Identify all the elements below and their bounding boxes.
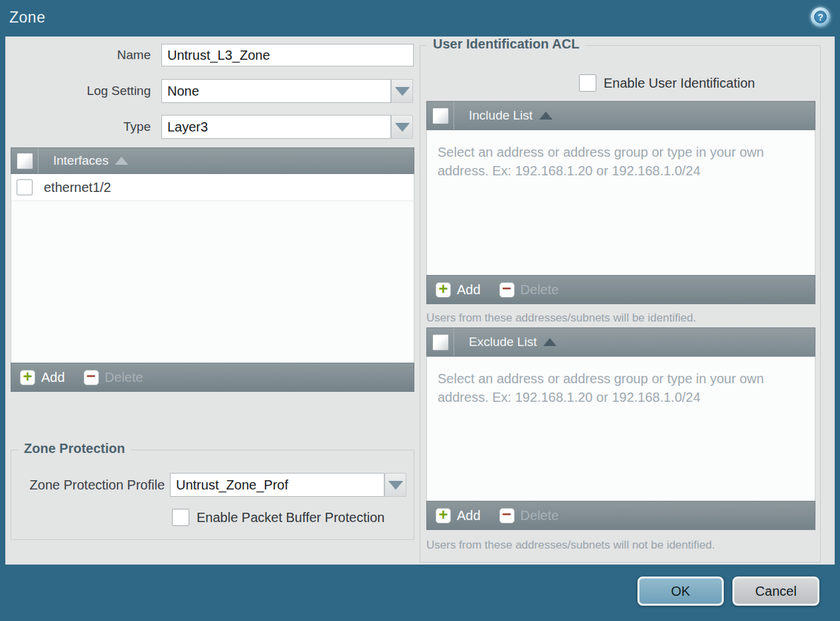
type-input[interactable] <box>161 115 391 139</box>
cancel-button[interactable]: Cancel <box>732 577 819 606</box>
exclude-list-column-header: Exclude List <box>469 335 537 349</box>
log-setting-dropdown-button[interactable] <box>391 79 413 103</box>
include-select-all-checkbox[interactable] <box>432 108 449 124</box>
exclude-list-footer: + Add − Delete <box>426 501 815 530</box>
interface-name: ethernet1/2 <box>44 180 111 195</box>
add-button[interactable]: + Add <box>436 508 481 523</box>
type-dropdown-button[interactable] <box>391 115 413 139</box>
interfaces-table-header: Interfaces <box>11 147 414 174</box>
add-button[interactable]: + Add <box>20 370 65 385</box>
minus-icon: − <box>86 368 96 384</box>
include-list-placeholder: Select an address or address group or ty… <box>427 130 799 180</box>
minus-icon: − <box>502 280 511 296</box>
interfaces-table: Interfaces ethernet1/2 + Add − Delete <box>11 147 414 392</box>
exclude-list-caption: Users from these addresses/subnets will … <box>426 539 715 552</box>
delete-button[interactable]: − Delete <box>84 370 143 385</box>
zone-protection-profile-input[interactable] <box>170 473 384 497</box>
ok-button[interactable]: OK <box>637 577 724 606</box>
enable-user-identification-checkbox[interactable] <box>579 74 596 92</box>
include-list-caption: Users from these addresses/subnets will … <box>426 311 696 325</box>
name-label: Name <box>5 44 156 66</box>
user-identification-legend: User Identification ACL <box>427 37 585 52</box>
include-list-column-header: Include List <box>469 108 533 123</box>
chevron-down-icon <box>395 87 410 96</box>
include-list-body[interactable]: Select an address or address group or ty… <box>426 130 815 275</box>
interfaces-table-footer: + Add − Delete <box>11 363 414 392</box>
row-checkbox[interactable] <box>17 179 33 195</box>
include-list-header: Include List <box>426 101 815 130</box>
exclude-select-all-checkbox[interactable] <box>432 334 449 351</box>
name-input[interactable] <box>161 44 414 66</box>
zone-protection-profile-dropdown-button[interactable] <box>384 473 406 497</box>
exclude-list-table: Exclude List Select an address or addres… <box>426 327 815 530</box>
zone-protection-section: Zone Protection Zone Protection Profile … <box>11 450 414 540</box>
chevron-down-icon <box>388 481 403 489</box>
zone-protection-profile-label: Zone Protection Profile <box>11 473 170 497</box>
sort-asc-icon[interactable] <box>115 157 128 165</box>
plus-icon: + <box>438 507 448 523</box>
log-setting-input[interactable] <box>161 79 391 103</box>
help-button[interactable]: ? <box>811 7 830 27</box>
log-setting-label: Log Setting <box>5 79 156 103</box>
chevron-down-icon <box>395 123 410 132</box>
exclude-list-header: Exclude List <box>426 327 815 357</box>
user-identification-section: User Identification ACL Enable User Iden… <box>420 45 821 563</box>
interfaces-column-header: Interfaces <box>53 153 108 168</box>
exclude-list-body[interactable]: Select an address or address group or ty… <box>426 357 815 501</box>
plus-icon: + <box>438 281 448 297</box>
include-list-footer: + Add − Delete <box>426 275 815 304</box>
enable-user-identification-label: Enable User Identification <box>604 74 755 92</box>
sort-asc-icon[interactable] <box>539 112 552 120</box>
delete-button[interactable]: − Delete <box>499 508 559 523</box>
type-label: Type <box>5 115 156 139</box>
plus-icon: + <box>23 369 32 385</box>
packet-buffer-protection-checkbox[interactable] <box>172 509 189 526</box>
dialog-body: Name Log Setting Type Interfaces <box>5 37 835 565</box>
include-list-table: Include List Select an address or addres… <box>426 101 815 304</box>
zone-protection-legend: Zone Protection <box>18 441 131 456</box>
dialog-title: Zone <box>9 9 45 27</box>
interfaces-select-all-checkbox[interactable] <box>17 153 33 169</box>
minus-icon: − <box>502 506 511 522</box>
exclude-list-placeholder: Select an address or address group or ty… <box>427 357 799 406</box>
sort-asc-icon[interactable] <box>543 338 556 346</box>
interfaces-table-body: ethernet1/2 <box>11 174 414 363</box>
packet-buffer-protection-label: Enable Packet Buffer Protection <box>197 509 384 526</box>
add-button[interactable]: + Add <box>436 282 481 298</box>
table-row[interactable]: ethernet1/2 <box>11 174 414 201</box>
help-icon: ? <box>814 11 827 23</box>
delete-button[interactable]: − Delete <box>499 282 559 298</box>
